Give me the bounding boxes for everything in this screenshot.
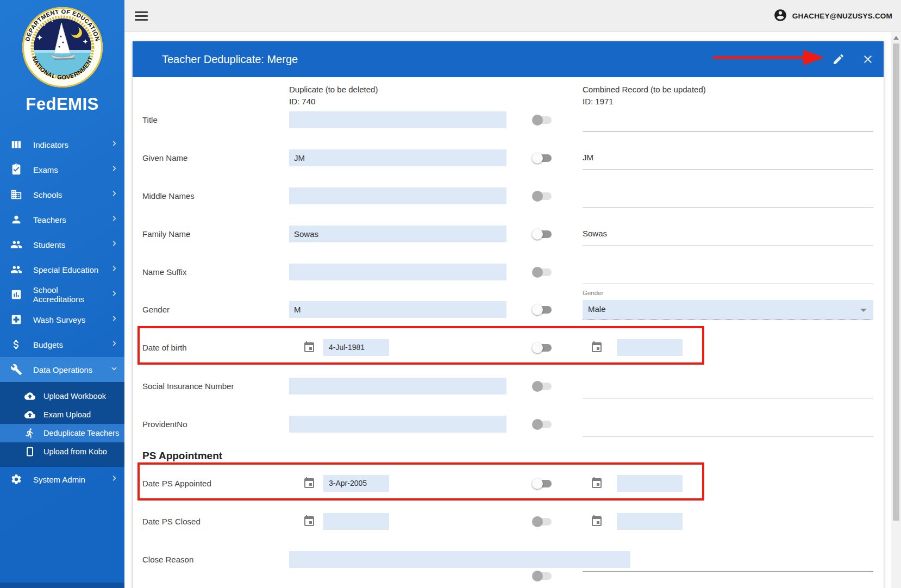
chevron-right-icon <box>110 190 118 199</box>
gender-select-combined[interactable]: Male <box>583 300 873 320</box>
cloud-upload-icon <box>24 409 36 421</box>
calendar-icon[interactable] <box>590 341 603 354</box>
date-ps-appointed-input-duplicate[interactable]: 3-Apr-2005 <box>323 475 389 492</box>
dollar-icon <box>10 338 23 351</box>
left-column-title: Duplicate (to be deleted) <box>289 85 378 94</box>
sidebar-item-system-admin[interactable]: System Admin <box>0 467 124 492</box>
sidebar-item-exams[interactable]: Exams <box>0 157 124 182</box>
merge-toggle-family-name[interactable] <box>532 229 553 240</box>
dropdown-arrow-icon <box>860 309 867 312</box>
chevron-right-icon <box>110 240 118 249</box>
merge-toggle-middle-names[interactable] <box>532 191 553 202</box>
provident-no-input-combined[interactable] <box>583 436 873 436</box>
sidebar-item-schools[interactable]: Schools <box>0 182 124 207</box>
calendar-icon[interactable] <box>590 477 603 490</box>
gender-select-mini-label: Gender <box>583 290 603 296</box>
social-insurance-input-combined[interactable] <box>583 398 873 398</box>
chevron-right-icon <box>110 340 118 349</box>
family-name-input-duplicate[interactable]: Sowas <box>289 226 506 242</box>
field-label: Date PS Closed <box>142 517 201 526</box>
given-name-input-duplicate[interactable]: JM <box>289 149 506 166</box>
given-name-input-combined[interactable] <box>583 170 873 170</box>
calendar-icon[interactable] <box>590 515 603 528</box>
people-icon <box>10 238 23 251</box>
field-label: Social Insurance Number <box>142 381 234 391</box>
merge-toggle-date-ps-appointed[interactable] <box>532 478 553 489</box>
account-circle-icon <box>773 8 787 24</box>
title-input-combined[interactable] <box>583 132 873 132</box>
merge-toggle-given-name[interactable] <box>532 153 553 164</box>
date-ps-closed-input-combined[interactable] <box>617 513 683 530</box>
middle-names-input-duplicate[interactable] <box>289 187 506 204</box>
sidebar-item-label: Wash Surveys <box>33 315 85 324</box>
close-button[interactable] <box>861 53 874 66</box>
close-reason-input-combined[interactable] <box>583 571 873 572</box>
merge-toggle-date-of-birth[interactable] <box>532 342 553 353</box>
right-column-record-id: ID: 1971 <box>583 97 614 106</box>
submenu-item-upload-workbook[interactable]: Upload Workbook <box>0 387 124 405</box>
chevron-down-icon <box>110 365 118 374</box>
close-reason-input-duplicate[interactable] <box>289 551 630 568</box>
submenu-item-label: Exam Upload <box>43 410 91 419</box>
merge-toggle-social-insurance[interactable] <box>532 381 553 392</box>
merge-toggle-name-suffix[interactable] <box>532 267 553 278</box>
user-account-menu[interactable]: GHACHEY@NUZUSYS.COM <box>773 0 892 32</box>
merge-toggle-gender[interactable] <box>532 304 553 315</box>
merge-toggle-date-ps-closed[interactable] <box>532 516 553 527</box>
title-input-duplicate[interactable] <box>289 111 506 128</box>
sidebar-item-label: Schools <box>33 190 62 199</box>
scrollbar-up-arrow-icon[interactable] <box>893 36 899 40</box>
tablet-icon <box>24 446 36 458</box>
submenu-item-label: Upload Workbook <box>43 392 106 401</box>
dialog-title: Teacher Deduplicate: Merge <box>162 41 298 77</box>
menu-toggle-button[interactable] <box>135 11 148 21</box>
sidebar-item-indicators[interactable]: Indicators <box>0 132 124 157</box>
date-ps-appointed-input-combined[interactable] <box>617 475 683 492</box>
columns-icon <box>10 138 23 151</box>
family-name-input-combined[interactable] <box>583 246 873 246</box>
sidebar-item-label: Students <box>33 240 65 249</box>
date-ps-closed-input-duplicate[interactable] <box>323 513 389 530</box>
chevron-right-icon <box>110 265 118 274</box>
sidebar-item-teachers[interactable]: Teachers <box>0 207 124 232</box>
data-operations-submenu: Upload Workbook Exam Upload Deduplicate … <box>0 382 124 467</box>
sidebar-item-label: Teachers <box>33 215 66 224</box>
provident-no-input-duplicate[interactable] <box>289 416 506 433</box>
middle-names-input-combined[interactable] <box>583 208 873 208</box>
scrollbar-thumb[interactable] <box>893 43 899 521</box>
scrollbar[interactable] <box>891 32 901 588</box>
sidebar-item-wash-surveys[interactable]: Wash Surveys <box>0 307 124 332</box>
app-brand-title: FedEMIS <box>0 95 124 114</box>
sidebar-item-label: Exams <box>33 165 58 174</box>
calendar-icon[interactable] <box>303 477 316 490</box>
gender-input-duplicate[interactable]: M <box>289 301 506 318</box>
hospital-cross-icon <box>10 313 23 326</box>
social-insurance-input-duplicate[interactable] <box>289 378 506 395</box>
sidebar-item-budgets[interactable]: Budgets <box>0 332 124 357</box>
merge-toggle-provident-no[interactable] <box>532 419 553 430</box>
name-suffix-input-combined[interactable] <box>583 284 873 284</box>
running-person-icon <box>24 427 36 439</box>
calendar-icon[interactable] <box>303 341 316 354</box>
date-of-birth-input-duplicate[interactable]: 4-Jul-1981 <box>323 339 389 356</box>
sidebar-item-students[interactable]: Students <box>0 232 124 257</box>
sidebar-item-label: Data Operations <box>33 365 92 374</box>
date-of-birth-input-combined[interactable] <box>617 339 683 356</box>
name-suffix-input-duplicate[interactable] <box>289 264 506 280</box>
field-label: Family Name <box>142 229 190 239</box>
sidebar-item-special-education[interactable]: Special Education <box>0 257 124 282</box>
merge-toggle-title[interactable] <box>532 115 553 126</box>
field-label: Gender <box>142 305 170 314</box>
poll-icon <box>10 288 23 301</box>
calendar-icon[interactable] <box>303 515 316 528</box>
field-label: Date PS Appointed <box>142 479 211 488</box>
submenu-item-exam-upload[interactable]: Exam Upload <box>0 405 124 424</box>
submenu-item-deduplicate-teachers[interactable]: Deduplicate Teachers <box>0 424 124 442</box>
sidebar-item-data-operations[interactable]: Data Operations <box>0 357 124 382</box>
chevron-right-icon <box>110 315 118 324</box>
merge-toggle-close-reason[interactable] <box>532 571 553 581</box>
submenu-item-upload-from-kobo[interactable]: Upload from Kobo <box>0 442 124 461</box>
cloud-upload-icon <box>24 390 36 402</box>
edit-button[interactable] <box>832 53 845 66</box>
sidebar-item-school-accreditations[interactable]: School Accreditations <box>0 282 124 307</box>
